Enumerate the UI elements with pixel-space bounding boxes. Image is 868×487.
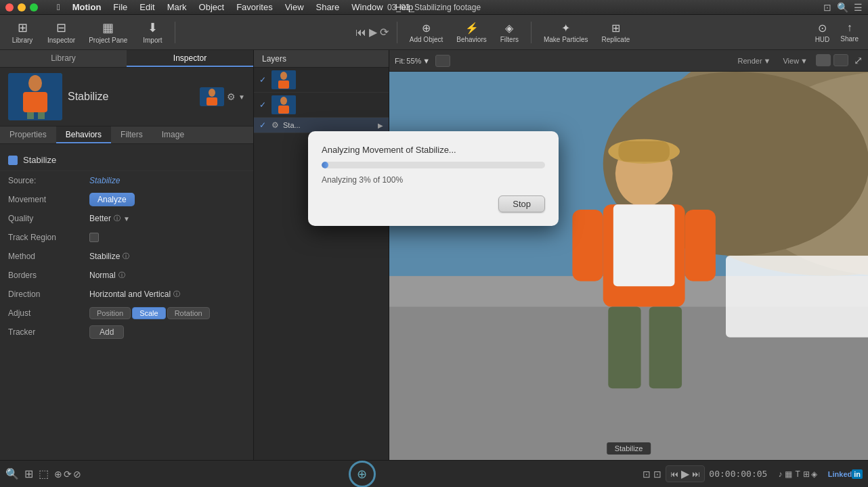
stop-button[interactable]: Stop [498, 195, 545, 212]
video-icon[interactable]: ▦ [785, 469, 792, 479]
view-dropdown[interactable]: View ▼ [779, 55, 812, 66]
project-pane-label: Project Pane [89, 37, 127, 44]
file-menu[interactable]: File [108, 1, 133, 14]
render-dropdown[interactable]: Render ▼ [733, 55, 775, 66]
search-icon[interactable]: 🔍 [837, 2, 848, 13]
tool-1-icon[interactable]: ⊕ [54, 469, 62, 480]
properties-tab[interactable]: Properties [0, 126, 56, 143]
view-menu[interactable]: View [280, 1, 309, 14]
gear-icon[interactable]: ⚙ [227, 91, 236, 102]
text-icon[interactable]: T [795, 469, 800, 479]
play-bottom-icon[interactable]: ▶ [681, 467, 689, 480]
movement-row: Movement Analyze [0, 190, 253, 209]
favorites-menu[interactable]: Favorites [231, 1, 278, 14]
sta-chevron-icon: ▶ [378, 122, 383, 129]
layers-panel: Layers ✓ ✓ [254, 50, 389, 460]
grid-icon[interactable]: ⊞ [24, 467, 33, 480]
progress-bar-fill [322, 162, 328, 168]
make-particles-button[interactable]: ✦ Make Particles [540, 19, 592, 46]
quality-row: Quality Better ⓘ ▼ [0, 209, 253, 228]
rotation-button[interactable]: Rotation [167, 307, 210, 319]
center-logo: ⊕ [87, 461, 637, 488]
inspector-tab[interactable]: Inspector [127, 50, 253, 67]
layer-item-2[interactable]: ✓ [254, 93, 389, 118]
color-picker-button[interactable] [435, 55, 450, 67]
adjust-label: Adjust [8, 308, 89, 318]
record-icon[interactable]: ⊡ [643, 469, 651, 480]
apple-menu[interactable]:  [51, 1, 66, 14]
object-menu[interactable]: Object [194, 1, 230, 14]
maximize-button[interactable] [30, 3, 38, 11]
track-region-checkbox[interactable] [89, 233, 99, 242]
motion-menu[interactable]: Motion [67, 1, 107, 14]
add-object-label: Add Object [410, 36, 443, 43]
close-button[interactable] [5, 3, 14, 11]
library-tab[interactable]: Library [0, 50, 127, 67]
view-mode-1-button[interactable] [816, 54, 831, 66]
tool-2-icon[interactable]: ⟳ [64, 469, 72, 480]
toolbar-separator-2 [397, 22, 397, 43]
fit-dropdown[interactable]: Fit: 55% ▼ [395, 57, 430, 65]
analyze-button[interactable]: Analyze [89, 193, 135, 206]
keyframe-view-icon[interactable]: ◈ [811, 469, 817, 479]
bottom-bar: 🔍 ⊞ ⬚ ⊕ ⟳ ⊘ ⊕ ⊡ ⊡ ⏮ ▶ ⏭ 00:00:00:05 ♪ ▦ … [0, 460, 868, 487]
filters-tab[interactable]: Filters [111, 126, 152, 143]
tool-3-icon[interactable]: ⊘ [73, 469, 81, 480]
minimize-button[interactable] [18, 3, 26, 11]
project-pane-button[interactable]: ▦ Project Pane [83, 18, 133, 47]
add-object-button[interactable]: ⊕ Add Object [406, 19, 447, 46]
viewport: Fit: 55% ▼ Render ▼ View ▼ ⤢ [389, 50, 868, 460]
mark-menu[interactable]: Mark [162, 1, 192, 14]
chevron-down-icon[interactable]: ▼ [238, 93, 245, 101]
project-pane-icon: ▦ [102, 20, 114, 35]
library-button[interactable]: ⊞ Library [5, 18, 39, 47]
menu-icon[interactable]: ☰ [854, 2, 863, 13]
search-bottom-icon[interactable]: 🔍 [5, 467, 19, 480]
source-thumb-visual [8, 73, 62, 120]
play-icon[interactable]: ▶ [369, 26, 377, 39]
direction-label: Direction [8, 289, 89, 299]
share-label: Share [840, 35, 859, 43]
import-button[interactable]: ⬇ Import [135, 18, 169, 47]
behaviors-tab[interactable]: Behaviors [56, 126, 111, 143]
borders-label: Borders [8, 271, 89, 280]
left-panel: Library Inspector [0, 50, 254, 460]
borders-text: Normal [89, 271, 116, 280]
vp-right-toolbar: Render ▼ View ▼ ⤢ [733, 54, 863, 67]
rewind-icon[interactable]: ⏮ [355, 26, 366, 39]
position-button[interactable]: Position [89, 307, 131, 319]
transform-icon[interactable]: ⬚ [39, 467, 49, 480]
loop-icon[interactable]: ⟳ [380, 26, 389, 39]
inspector-button[interactable]: ⊟ Inspector [42, 18, 81, 47]
fullscreen-icon[interactable]: ⤢ [854, 54, 863, 67]
audio-icon[interactable]: ♪ [778, 469, 782, 479]
tracker-row: Tracker Add [0, 323, 253, 342]
filters-button[interactable]: ◈ Filters [496, 19, 523, 46]
behaviors-button[interactable]: ⚡ Behaviors [452, 19, 490, 46]
stabilize-checkbox[interactable] [8, 156, 18, 165]
quality-dropdown[interactable]: Better ⓘ [89, 214, 121, 223]
replicate-button[interactable]: ⊞ Replicate [598, 19, 634, 46]
source-title: Stabilize [68, 91, 108, 103]
import-icon: ⬇ [148, 20, 158, 35]
dialog-title: Analyzing Movement of Stabilize... [322, 145, 545, 155]
window-menu[interactable]: Window [346, 1, 388, 14]
borders-value: Normal ⓘ [89, 271, 245, 280]
skip-back-icon[interactable]: ⏮ [670, 469, 678, 479]
scale-button[interactable]: Scale [132, 307, 166, 319]
view-mode-2-button[interactable] [833, 54, 848, 66]
svg-rect-20 [726, 256, 868, 338]
share-button[interactable]: ↑ Share [836, 19, 863, 45]
svg-rect-29 [685, 210, 716, 281]
hud-button[interactable]: ⊙ HUD [811, 19, 834, 46]
mute-icon[interactable]: ⊡ [653, 469, 661, 480]
share-menu[interactable]: Share [311, 1, 345, 14]
toolbar-separator-1 [175, 22, 175, 43]
skip-fwd-icon[interactable]: ⏭ [692, 469, 700, 479]
add-button[interactable]: Add [89, 325, 124, 339]
source-prop-label: Source: [8, 176, 89, 185]
layer-item-1[interactable]: ✓ [254, 68, 389, 93]
image-tab[interactable]: Image [152, 126, 194, 143]
timeline-view-icon[interactable]: ⊞ [803, 469, 810, 479]
edit-menu[interactable]: Edit [134, 1, 160, 14]
